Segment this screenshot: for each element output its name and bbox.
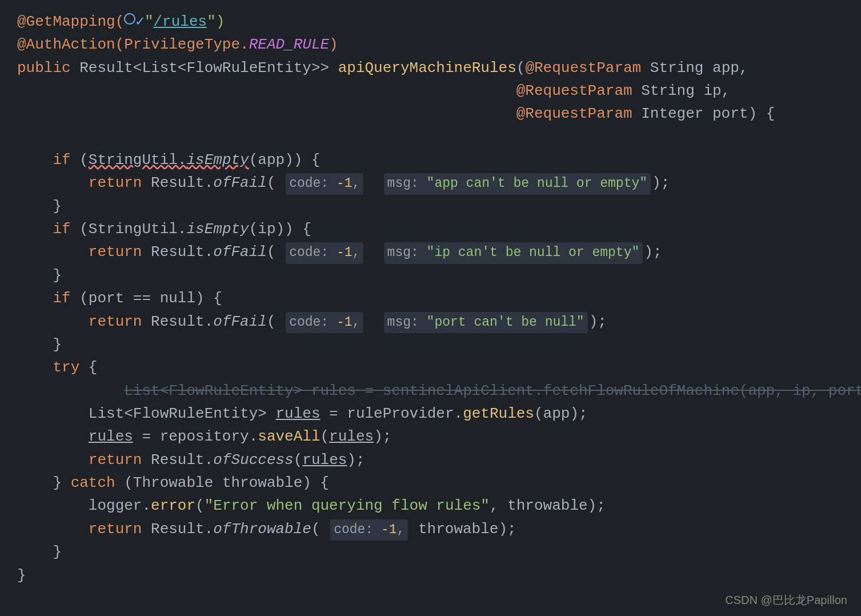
- keyword-public: public: [17, 57, 71, 79]
- param-port: Integer port) {: [632, 102, 775, 125]
- param-hint-code-val-2: -1: [337, 245, 353, 260]
- code-line-21: } catch (Throwable throwable) {: [17, 471, 844, 494]
- code-line-13: if (port == null) {: [17, 287, 844, 310]
- stringutil-ref-1: StringUtil.: [89, 149, 187, 171]
- code-line-6: [17, 125, 844, 148]
- method-close: }: [17, 564, 26, 587]
- param-hint-msg-1: msg: "app can't be null or empty": [384, 173, 651, 195]
- code-line-24: }: [17, 541, 844, 563]
- param-hint-code-val-4: -1: [381, 522, 397, 537]
- annotation-authaction: @AuthAction(PrivilegeType.: [17, 33, 249, 56]
- if-paren-1: (: [71, 149, 89, 171]
- getrules-args: (app);: [534, 402, 588, 425]
- watermark: CSDN @巴比龙Papillon: [725, 591, 847, 609]
- code-line-20: return Result.ofSuccess(rules);: [17, 449, 844, 471]
- indent-5: [17, 102, 516, 125]
- code-line-18: List<FlowRuleEntity> rules = ruleProvide…: [17, 402, 844, 425]
- param-hint-msg-2: msg: "ip can't be null or empty": [384, 242, 643, 264]
- keyword-return-3: return: [89, 310, 142, 333]
- assign-1: = ruleProvider.: [321, 402, 463, 425]
- keyword-return-5: return: [89, 518, 142, 541]
- if-args-1: (app)) {: [249, 149, 321, 171]
- if-args-2: (ip)) {: [249, 218, 311, 241]
- result-ref-4: Result.: [142, 449, 213, 471]
- annotation-requestparam-3: @RequestParam: [516, 102, 632, 125]
- if-paren-2: (StringUtil.: [71, 218, 187, 241]
- offail-paren-1: (: [267, 171, 285, 194]
- code-editor: @GetMapping(✓"/rules") @AuthAction(Privi…: [0, 0, 861, 616]
- param-hint-code-1: code: -1,: [286, 173, 363, 195]
- isempty-method-1: isEmpty: [187, 149, 249, 171]
- annotation-requestparam-1: @RequestParam: [525, 57, 641, 79]
- offail-close-3: );: [589, 310, 607, 333]
- ofsuccess-paren: (: [294, 449, 303, 471]
- param-ip: String ip,: [632, 79, 731, 102]
- param-hint-code-3: code: -1,: [286, 312, 363, 334]
- keyword-if-1: if: [53, 149, 70, 171]
- rules-var-4: rules: [302, 449, 347, 471]
- return-type: Result<List<FlowRuleEntity>>: [71, 57, 338, 79]
- msg-val-3: "port can't be null": [427, 315, 584, 330]
- code-line-9: }: [17, 195, 844, 218]
- offail-sep-2: [365, 241, 382, 263]
- brace-close-1: }: [53, 195, 62, 218]
- assign-2: = repository.: [133, 425, 258, 448]
- param-hint-code-2: code: -1,: [286, 242, 363, 264]
- string-quote-open: ": [145, 10, 154, 33]
- code-line-3: public Result<List<FlowRuleEntity>> apiQ…: [17, 57, 844, 79]
- offail-paren-3: (: [267, 310, 285, 333]
- code-line-15: }: [17, 333, 844, 356]
- code-line-23: return Result.ofThrowable( code: -1, thr…: [17, 518, 844, 541]
- keyword-catch: catch: [71, 471, 115, 494]
- method-name: apiQueryMachineRules: [338, 57, 516, 79]
- param-hint-msg-3: msg: "port can't be null": [384, 312, 588, 334]
- msg-val-2: "ip can't be null or empty": [427, 245, 640, 260]
- indent-4: [17, 79, 516, 102]
- code-line-16: try {: [17, 356, 844, 379]
- code-line-14: return Result.ofFail( code: -1, msg: "po…: [17, 310, 844, 334]
- rules-var-3: rules: [329, 425, 374, 448]
- code-line-22: logger.error("Error when querying flow r…: [17, 494, 844, 517]
- result-ref-5: Result.: [142, 518, 213, 541]
- checkmark-icon: ✓: [135, 10, 145, 33]
- saveall-paren: (: [321, 425, 330, 448]
- code-line-10: if (StringUtil.isEmpty(ip)) {: [17, 218, 844, 241]
- param-hint-code-val-1: -1: [337, 176, 353, 191]
- catch-close: }: [53, 541, 62, 563]
- keyword-try: try: [53, 356, 79, 379]
- error-method: error: [151, 494, 195, 517]
- saveall-close: );: [374, 425, 391, 448]
- rules-var-1: rules: [275, 402, 320, 425]
- offail-method-2: ofFail: [213, 241, 267, 263]
- ofsuccess-close: );: [347, 449, 365, 471]
- globe-icon: [124, 13, 135, 25]
- code-line-2: @AuthAction(PrivilegeType.READ_RULE): [17, 33, 844, 56]
- code-line-5: @RequestParam Integer port) {: [17, 102, 844, 125]
- offail-sep-3: [365, 310, 382, 333]
- code-line-1: @GetMapping(✓"/rules"): [17, 10, 844, 33]
- string-quote-close: "): [207, 10, 225, 33]
- list-type-1: List<FlowRuleEntity>: [89, 402, 276, 425]
- error-msg-string: "Error when querying flow rules": [205, 494, 490, 517]
- try-close: }: [53, 471, 70, 494]
- keyword-return-1: return: [89, 171, 142, 194]
- brace-close-2: }: [53, 264, 62, 287]
- rules-var-2: rules: [89, 425, 133, 448]
- code-line-17: List<FlowRuleEntity> rules = sentinelApi…: [17, 379, 844, 402]
- keyword-return-2: return: [89, 241, 142, 263]
- offail-sep-1: [365, 171, 382, 194]
- brace-close-3: }: [53, 333, 62, 356]
- logger-ref: logger.: [89, 494, 151, 517]
- ofsuccess-method: ofSuccess: [213, 449, 293, 471]
- route-path: /rules: [154, 10, 207, 33]
- result-ref-3: Result.: [142, 310, 213, 333]
- annotation-requestparam-2: @RequestParam: [516, 79, 632, 102]
- keyword-if-2: if: [53, 218, 70, 241]
- offail-method-3: ofFail: [213, 310, 267, 333]
- result-ref-1: Result.: [142, 171, 213, 194]
- paren-open: (: [516, 57, 526, 79]
- ofthrowable-paren: (: [311, 518, 329, 541]
- param-hint-code-4: code: -1,: [330, 519, 408, 541]
- isempty-method-2: isEmpty: [186, 218, 249, 241]
- keyword-if-3: if: [53, 287, 70, 310]
